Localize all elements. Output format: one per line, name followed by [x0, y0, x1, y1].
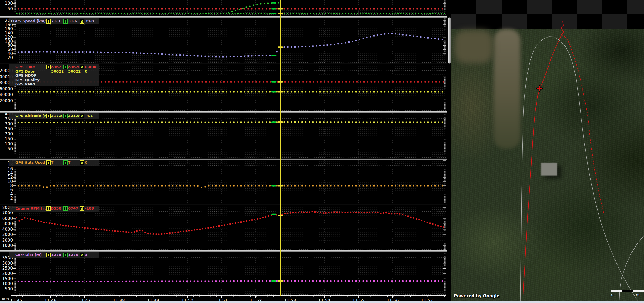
svg-text:3000: 3000 [2, 261, 13, 266]
svg-text:20: 20 [8, 55, 13, 60]
green-cursor-value: 1275 [68, 253, 78, 257]
channel-row-gps-time[interactable]: GPS Time I 83620. I 83620. Δ 0.400 [9, 64, 99, 69]
panel-separator[interactable] [0, 16, 447, 18]
green-cursor-icon: I [63, 114, 68, 118]
chart-right-border [446, 0, 446, 296]
scale-unit-label: m [636, 293, 640, 297]
channel-header-engine-rpm[interactable]: Engine RPM [rpm] I 6558 I 6747 Δ -189 [9, 206, 99, 212]
svg-text:5000: 5000 [2, 221, 13, 226]
delta-value: 0 [85, 160, 87, 165]
svg-text:4000: 4000 [2, 227, 13, 232]
green-cursor-value: 321.9 [68, 114, 80, 118]
scale-zero-label: 0 [611, 293, 613, 297]
yellow-cursor-value: 6558 [51, 206, 61, 210]
channel-label: GPS Sats Used [15, 160, 45, 165]
window-bottom-edge [0, 301, 644, 303]
yellow-cursor-icon: I [46, 19, 51, 24]
yellow-cursor-value: 1278 [51, 253, 61, 257]
green-cursor-icon: I [63, 253, 68, 257]
svg-text:3000: 3000 [2, 232, 13, 237]
channel-header-gps-altitude[interactable]: GPS Altitude [m] I 317.8 I 321.9 Δ -4.1 [9, 113, 99, 119]
green-cursor-line[interactable] [274, 0, 274, 296]
channel-row-gps-quality[interactable]: GPS Quality [9, 77, 99, 82]
yellow-cursor-icon: I [46, 206, 51, 211]
selected-channel-marker [11, 20, 12, 22]
delta-icon: Δ [80, 114, 84, 118]
panel-separator[interactable] [0, 250, 447, 252]
svg-text:20000: 20000 [0, 98, 13, 103]
green-cursor-value: 7 [68, 160, 71, 165]
delta-value: 3 [85, 253, 87, 257]
telemetry-analysis-window: 1005020018016014012010080604020200000000… [0, 0, 644, 303]
x-axis-unit-label: m:s [2, 297, 9, 301]
svg-text:6000: 6000 [2, 216, 13, 221]
svg-text:60000: 60000 [0, 86, 13, 91]
channel-label: GPS Valid [15, 82, 35, 86]
svg-text:2000: 2000 [2, 238, 13, 243]
svg-text:100: 100 [5, 1, 13, 6]
yellow-cursor-icon: I [46, 253, 51, 257]
svg-text:2: 2 [10, 196, 13, 201]
satellite-map-panel[interactable]: Powered by Google 0 m [451, 0, 644, 303]
green-cursor-value: 31.6 [68, 19, 77, 23]
svg-text:200: 200 [5, 131, 13, 136]
delta-icon: Δ [80, 253, 84, 257]
channel-header-gps-time-block[interactable]: GPS Time I 83620. I 83620. Δ 0.400 GPS D… [9, 64, 99, 86]
channel-label: GPS Speed [km/h] [13, 19, 50, 23]
yellow-cursor-icon: I [46, 114, 51, 118]
cursor-position-marker [537, 86, 542, 91]
yellow-cursor-icon: I [46, 160, 51, 165]
gps-track-overlay[interactable] [451, 0, 644, 303]
channel-label: GPS Altitude [m] [15, 114, 50, 118]
green-cursor-value: 6747 [68, 206, 78, 210]
channel-header-gps-sats[interactable]: GPS Sats Used I 7 I 7 Δ 0 [9, 160, 99, 166]
svg-text:1000: 1000 [2, 243, 13, 248]
scrollbar-thumb[interactable] [448, 17, 451, 64]
svg-text:300: 300 [5, 121, 13, 126]
svg-text:100: 100 [5, 141, 13, 146]
delta-icon: Δ [80, 19, 84, 24]
svg-text:50: 50 [8, 146, 13, 152]
panel-separator[interactable] [0, 158, 447, 160]
svg-text:2500: 2500 [2, 266, 13, 271]
svg-text:1500: 1500 [2, 276, 13, 281]
chart-strip-region[interactable]: 1005020018016014012010080604020200000000… [0, 0, 448, 303]
map-attribution: Powered by Google [454, 294, 500, 299]
channel-row-gps-date[interactable]: GPS Date 50622 50622 0 [9, 69, 99, 73]
yellow-cursor-value: 7 [51, 160, 54, 165]
map-scale-bar: 0 m [611, 290, 644, 297]
svg-text:500: 500 [5, 287, 13, 292]
channel-header-gps-speed[interactable]: GPS Speed [km/h] I 71.3 I 31.6 Δ 39.8 [9, 18, 99, 24]
svg-text:1000: 1000 [2, 281, 13, 286]
svg-text:2000: 2000 [2, 271, 13, 276]
delta-icon: Δ [80, 160, 84, 165]
channel-row-gps-valid[interactable]: GPS Valid [9, 81, 99, 86]
svg-text:40000: 40000 [0, 92, 13, 97]
channel-header-corr-dist[interactable]: Corr Dist [m] I 1278 I 1275 Δ 3 [9, 252, 99, 258]
yellow-cursor-value: 71.3 [51, 19, 60, 23]
delta-value: 39.8 [85, 19, 94, 23]
scale-bar-graphic [611, 290, 644, 292]
channel-label: Corr Dist [m] [15, 253, 42, 257]
panel-separator[interactable] [0, 111, 447, 113]
svg-text:50: 50 [8, 6, 13, 11]
green-cursor-icon: I [63, 160, 68, 165]
svg-text:250: 250 [5, 126, 13, 131]
delta-icon: Δ [80, 206, 84, 211]
svg-text:150: 150 [5, 136, 13, 141]
vertical-scrollbar[interactable] [447, 0, 451, 303]
green-cursor-icon: I [63, 206, 68, 211]
delta-value: -189 [85, 206, 94, 210]
yellow-cursor-value: 317.8 [51, 114, 63, 118]
green-cursor-icon: I [63, 19, 68, 24]
channel-row-gps-hdop[interactable]: GPS HDOP [9, 73, 99, 77]
yellow-cursor-line[interactable] [280, 0, 281, 296]
panel-separator[interactable] [0, 204, 447, 206]
delta-value: -4.1 [85, 114, 93, 118]
